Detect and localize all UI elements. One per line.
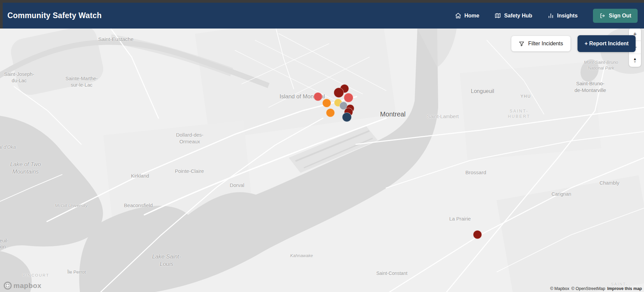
main-nav: Home Safety Hub Insights Sign Out <box>455 9 644 23</box>
nav-item-insights[interactable]: Insights <box>548 12 578 19</box>
filter-incidents-label: Filter Incidents <box>528 41 563 47</box>
window-frame-top <box>0 0 644 3</box>
mapbox-logo[interactable]: mapbox <box>3 281 42 290</box>
incident-marker[interactable] <box>322 99 331 107</box>
improve-map-link[interactable]: Improve this map <box>607 286 642 291</box>
incident-marker[interactable] <box>342 112 352 122</box>
app-header: Community Safety Watch Home Safety Hub I… <box>3 3 644 29</box>
sign-out-label: Sign Out <box>609 13 631 19</box>
funnel-icon <box>519 41 524 47</box>
nav-item-home[interactable]: Home <box>455 12 479 19</box>
incident-marker[interactable] <box>334 88 344 98</box>
nav-safety-hub-label: Safety Hub <box>504 13 532 19</box>
nav-home-label: Home <box>464 13 479 19</box>
incident-marker[interactable] <box>314 92 322 101</box>
map-icon <box>495 12 501 19</box>
mapbox-attribution-link[interactable]: © Mapbox <box>550 286 569 291</box>
mapbox-logo-icon <box>3 281 12 290</box>
compass-button[interactable]: ▲ ▼ <box>629 54 641 67</box>
app-title: Community Safety Watch <box>3 11 102 20</box>
incident-marker[interactable] <box>473 230 482 239</box>
bar-chart-icon <box>548 12 554 19</box>
report-incident-label: + Report Incident <box>585 41 629 47</box>
home-icon <box>455 12 461 19</box>
compass-icon: ▲ ▼ <box>633 57 637 63</box>
mapbox-wordmark: mapbox <box>13 282 42 290</box>
sign-out-button[interactable]: Sign Out <box>593 9 638 23</box>
report-incident-button[interactable]: + Report Incident <box>578 35 636 52</box>
nav-item-safety-hub[interactable]: Safety Hub <box>495 12 532 19</box>
incident-marker[interactable] <box>344 93 353 102</box>
osm-attribution-link[interactable]: © OpenStreetMap <box>571 286 605 291</box>
map-canvas[interactable]: Saint-EustacheSaint-Joseph- du-LacSainte… <box>0 0 644 292</box>
sign-out-icon <box>599 13 605 19</box>
filter-incidents-button[interactable]: Filter Incidents <box>511 36 570 51</box>
incident-marker[interactable] <box>326 108 335 117</box>
map-attribution: © Mapbox © OpenStreetMap Improve this ma… <box>550 286 642 291</box>
nav-insights-label: Insights <box>557 13 578 19</box>
window-frame-left <box>0 3 3 29</box>
